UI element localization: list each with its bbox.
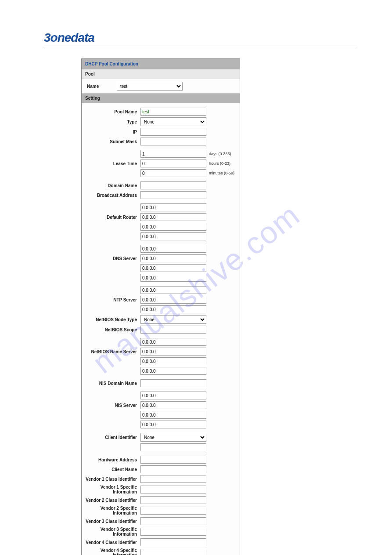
label-pool-name: Pool Name <box>85 109 140 114</box>
input-default-router-4[interactable] <box>140 232 206 240</box>
label-type: Type <box>85 120 140 124</box>
label-lease-time: Lease Time <box>85 161 140 166</box>
select-type[interactable]: None <box>140 117 206 126</box>
input-hardware-address[interactable] <box>140 456 206 464</box>
label-v2ci: Vendor 2 Class Identifier <box>85 498 140 503</box>
label-nis-server: NIS Server <box>85 403 140 408</box>
label-v1ci: Vendor 1 Class Identifier <box>85 477 140 482</box>
label-domain-name: Domain Name <box>85 183 140 188</box>
input-v2si[interactable] <box>140 507 206 515</box>
input-netbios-ns-1[interactable] <box>140 338 206 346</box>
label-nis-domain-name: NIS Domain Name <box>85 381 140 386</box>
label-netbios-node-type: NetBIOS Node Type <box>85 317 140 322</box>
input-dns-4[interactable] <box>140 274 206 282</box>
input-v3ci[interactable] <box>140 517 206 525</box>
input-dns-3[interactable] <box>140 264 206 272</box>
label-ntp-server: NTP Server <box>85 297 140 302</box>
label-client-identifier: Client Identifier <box>85 435 140 440</box>
label-v4si: Vendor 4 Specific Information <box>85 548 140 555</box>
input-netbios-ns-4[interactable] <box>140 367 206 375</box>
input-client-identifier[interactable] <box>140 443 206 451</box>
input-lease-hours[interactable] <box>140 160 206 167</box>
pool-name-label: Name <box>85 84 117 89</box>
label-v2si: Vendor 2 Specific Information <box>85 506 140 515</box>
label-v1si: Vendor 1 Specific Information <box>85 485 140 494</box>
label-netbios-name-server: NetBIOS Name Server <box>85 349 140 354</box>
select-netbios-node-type[interactable]: None <box>140 315 206 324</box>
input-default-router-2[interactable] <box>140 213 206 221</box>
input-domain-name[interactable] <box>140 181 206 189</box>
input-nis-domain-name[interactable] <box>140 379 206 387</box>
input-lease-minutes[interactable] <box>140 169 206 177</box>
label-default-router: Default Router <box>85 215 140 220</box>
dhcp-panel: DHCP Pool Configuration Pool Name test S… <box>81 58 240 555</box>
select-client-identifier[interactable]: None <box>140 433 206 442</box>
label-v3si: Vendor 3 Specific Information <box>85 527 140 537</box>
input-v4ci[interactable] <box>140 538 206 546</box>
suffix-hours: hours (0-23) <box>206 161 230 166</box>
input-ip[interactable] <box>140 128 206 136</box>
input-v3si[interactable] <box>140 528 206 536</box>
input-dns-1[interactable] <box>140 245 206 253</box>
suffix-days: days (0-365) <box>206 152 231 156</box>
label-hardware-address: Hardware Address <box>85 457 140 462</box>
input-v1ci[interactable] <box>140 475 206 483</box>
label-v3ci: Vendor 3 Class Identifier <box>85 519 140 524</box>
input-netbios-scope[interactable] <box>140 326 206 334</box>
label-subnet-mask: Subnet Mask <box>85 139 140 144</box>
input-subnet-mask[interactable] <box>140 138 206 145</box>
label-ip: IP <box>85 130 140 134</box>
input-ntp-1[interactable] <box>140 286 206 294</box>
label-netbios-scope: NetBIOS Scope <box>85 327 140 332</box>
section-setting: Setting <box>82 93 240 103</box>
input-client-name[interactable] <box>140 465 206 473</box>
input-pool-name[interactable] <box>140 108 206 116</box>
label-dns-server: DNS Server <box>85 256 140 261</box>
input-lease-days[interactable] <box>140 150 206 158</box>
input-v1si[interactable] <box>140 486 206 493</box>
input-ntp-3[interactable] <box>140 305 206 313</box>
input-v2ci[interactable] <box>140 496 206 504</box>
input-broadcast-address[interactable] <box>140 191 206 199</box>
input-netbios-ns-3[interactable] <box>140 357 206 365</box>
input-nis-server-4[interactable] <box>140 421 206 428</box>
header-divider <box>44 46 357 46</box>
input-netbios-ns-2[interactable] <box>140 348 206 355</box>
label-broadcast-address: Broadcast Address <box>85 193 140 198</box>
brand-logo: 3onedata <box>44 31 357 45</box>
input-default-router-3[interactable] <box>140 223 206 231</box>
input-nis-server-3[interactable] <box>140 411 206 419</box>
label-v4ci: Vendor 4 Class Identifier <box>85 540 140 545</box>
label-client-name: Client Name <box>85 467 140 472</box>
suffix-minutes: minutes (0-59) <box>206 171 234 175</box>
input-ntp-2[interactable] <box>140 296 206 304</box>
input-nis-server-2[interactable] <box>140 401 206 409</box>
input-default-router-1[interactable] <box>140 203 206 211</box>
input-nis-server-1[interactable] <box>140 392 206 399</box>
panel-title: DHCP Pool Configuration <box>82 59 240 69</box>
section-pool: Pool <box>82 69 240 79</box>
input-v4si[interactable] <box>140 549 206 555</box>
input-dns-2[interactable] <box>140 254 206 262</box>
pool-name-select[interactable]: test <box>117 82 183 91</box>
